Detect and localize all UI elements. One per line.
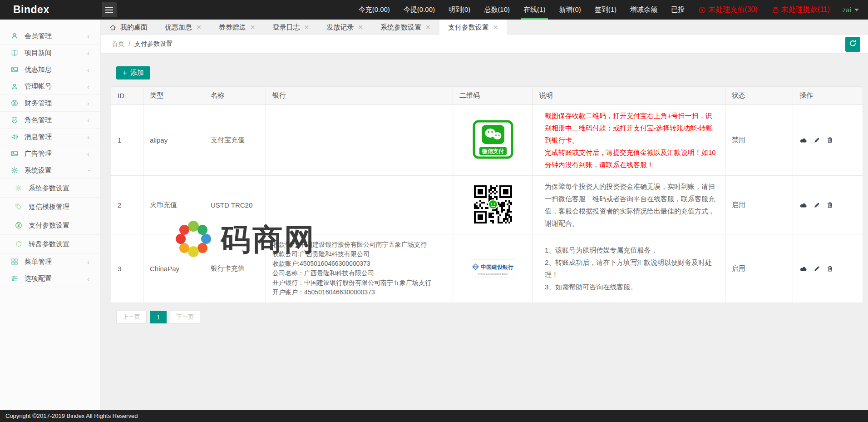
cell-description: 1、该账号为朕玥传媒专属充值服务，2、转账成功后，请在下方填写汇款说明以便财务及… bbox=[533, 234, 725, 303]
header-stats: 今充(0.00)今提(0.00)明到(0)总数(10)在线(1)新增(0)签到(… bbox=[352, 0, 868, 20]
edit-icon[interactable] bbox=[814, 265, 820, 272]
table-row: 3ChinaPay银行卡充值收款银行:中国建设银行股份有限公司南宁五象广场支行收… bbox=[111, 234, 863, 303]
tab-login-log[interactable]: 登录日志✕ bbox=[264, 20, 318, 35]
pagination: 上一页 1 下一页 bbox=[116, 311, 863, 323]
sidebar-item-roles[interactable]: 角色管理‹ bbox=[0, 112, 100, 129]
tab-label: 优惠加息 bbox=[165, 23, 192, 32]
cell-operations bbox=[793, 105, 863, 176]
username: zai bbox=[843, 6, 851, 14]
cell-bank: 收款银行:中国建设银行股份有限公司南宁五象广场支行收款公司:广西贵隆和科技有限公… bbox=[266, 234, 453, 303]
user-icon bbox=[11, 32, 19, 40]
cell-description: 为保障每个投资人的投资资金准确无误，实时到账，请扫一扫微信客服二维码或者咨询平台… bbox=[533, 176, 725, 234]
table-row: 1alipay支付宝充值 微信支付 截图保存收款二维码，打开支付宝右上角+号扫一… bbox=[111, 105, 863, 176]
header-alert-pending-withdraw[interactable]: 未处理提款(11) bbox=[765, 0, 837, 20]
edit-icon[interactable] bbox=[814, 202, 820, 209]
user-menu[interactable]: zai bbox=[837, 0, 868, 20]
sidebar-item-option-config[interactable]: 选项配置‹ bbox=[0, 270, 100, 287]
breadcrumb-home-link[interactable]: 首页 bbox=[112, 40, 124, 48]
sidebar-item-sms-templates[interactable]: 短信模板管理 bbox=[0, 198, 100, 216]
sidebar-item-label: 财务管理 bbox=[25, 99, 52, 108]
prev-page-button[interactable]: 上一页 bbox=[116, 311, 147, 323]
column-header: ID bbox=[111, 87, 143, 105]
close-icon[interactable]: ✕ bbox=[358, 24, 363, 30]
sidebar-item-menus[interactable]: 菜单管理‹ bbox=[0, 253, 100, 270]
rotate-icon bbox=[15, 240, 23, 248]
sidebar-item-ads[interactable]: 广告管理‹ bbox=[0, 145, 100, 162]
sidebar-item-system-settings[interactable]: 系统设置‹ bbox=[0, 162, 100, 179]
chevron-left-icon: ‹ bbox=[87, 83, 89, 90]
cell-status: 启用 bbox=[725, 234, 793, 303]
delete-icon[interactable] bbox=[827, 202, 833, 209]
column-header: 名称 bbox=[204, 87, 266, 105]
next-page-button[interactable]: 下一页 bbox=[170, 311, 200, 323]
header-stat-adjust-balance[interactable]: 增减余额 bbox=[623, 0, 664, 20]
sidebar-item-wheel-params[interactable]: 转盘参数设置 bbox=[0, 235, 100, 253]
sidebar-item-label: 系统参数设置 bbox=[29, 184, 69, 193]
header-stat-new[interactable]: 新增(0) bbox=[552, 0, 587, 20]
top-header: Bindex 今充(0.00)今提(0.00)明到(0)总数(10)在线(1)新… bbox=[0, 0, 868, 20]
edit-icon[interactable] bbox=[814, 137, 820, 144]
cell-type: 火币充值 bbox=[143, 176, 204, 234]
sidebar-item-label: 会员管理 bbox=[25, 32, 52, 40]
add-button[interactable]: + 添加 bbox=[116, 66, 150, 79]
sidebar-item-admin-accounts[interactable]: 管理帐号‹ bbox=[0, 78, 100, 95]
delete-icon[interactable] bbox=[827, 137, 833, 144]
header-stat-today-withdraw[interactable]: 今提(0.00) bbox=[397, 0, 442, 20]
header-stat-online[interactable]: 在线(1) bbox=[517, 0, 552, 20]
tab-system-params[interactable]: 系统参数设置✕ bbox=[372, 20, 439, 35]
tab-my-desktop[interactable]: 我的桌面 bbox=[101, 20, 156, 35]
tab-promo-interest[interactable]: 优惠加息✕ bbox=[156, 20, 210, 35]
cell-operations bbox=[793, 176, 863, 234]
chevron-left-icon: ‹ bbox=[87, 275, 89, 282]
sidebar-item-project-news[interactable]: 项目新闻‹ bbox=[0, 45, 100, 61]
yen-icon bbox=[15, 221, 23, 229]
cell-qrcode: 微信支付 bbox=[453, 105, 533, 176]
refresh-button[interactable] bbox=[845, 37, 860, 52]
sidebar-item-payment-params[interactable]: 支付参数设置 bbox=[0, 216, 100, 235]
sidebar-item-label: 支付参数设置 bbox=[29, 221, 69, 230]
description-line: 1、该账号为朕玥传媒专属充值服务， bbox=[545, 244, 718, 256]
page-1-button[interactable]: 1 bbox=[150, 311, 167, 323]
header-stat-signin[interactable]: 签到(1) bbox=[588, 0, 623, 20]
close-icon[interactable]: ✕ bbox=[196, 24, 202, 30]
header-stat-today-recharge[interactable]: 今充(0.00) bbox=[352, 0, 397, 20]
qr-code bbox=[472, 184, 514, 225]
header-stat-total[interactable]: 总数(10) bbox=[477, 0, 517, 20]
upload-icon[interactable] bbox=[799, 137, 807, 144]
sidebar-item-members[interactable]: 会员管理‹ bbox=[0, 28, 100, 45]
header-alert-pending-recharge[interactable]: 未处理充值(30) bbox=[691, 0, 764, 20]
table-header-row: ID类型名称银行二维码说明状态操作 bbox=[111, 87, 863, 105]
close-icon[interactable]: ✕ bbox=[493, 24, 498, 30]
column-header: 状态 bbox=[725, 87, 793, 105]
sidebar-toggle-button[interactable] bbox=[102, 2, 117, 17]
tab-bar: 我的桌面优惠加息✕券券赠送✕登录日志✕发放记录✕系统参数设置✕支付参数设置✕ bbox=[101, 20, 868, 35]
chevron-down-icon: ‹ bbox=[85, 169, 92, 172]
gear-icon bbox=[11, 166, 19, 174]
tab-grant-records[interactable]: 发放记录✕ bbox=[318, 20, 372, 35]
upload-icon[interactable] bbox=[799, 265, 807, 272]
sidebar-item-finance[interactable]: 财务管理‹ bbox=[0, 95, 100, 112]
close-icon[interactable]: ✕ bbox=[425, 24, 431, 30]
close-icon[interactable]: ✕ bbox=[304, 24, 309, 30]
sidebar-item-system-params[interactable]: 系统参数设置 bbox=[0, 179, 100, 198]
cell-type: alipay bbox=[143, 105, 204, 176]
bank-line: 公司名称：广西贵隆和科技有限公司 bbox=[272, 268, 446, 278]
breadcrumb-separator: / bbox=[128, 40, 130, 48]
tab-coupon-gift[interactable]: 券券赠送✕ bbox=[210, 20, 264, 35]
image-icon bbox=[11, 149, 19, 158]
header-stat-due-tomorrow[interactable]: 明到(0) bbox=[442, 0, 477, 20]
column-header: 操作 bbox=[793, 87, 863, 105]
header-stat-invested[interactable]: 已投 bbox=[664, 0, 691, 20]
upload-icon[interactable] bbox=[799, 202, 807, 209]
sidebar-item-messages[interactable]: 消息管理‹ bbox=[0, 129, 100, 145]
sidebar-item-promo-interest[interactable]: 优惠加息‹ bbox=[0, 61, 100, 78]
app-logo: Bindex bbox=[0, 0, 101, 20]
tab-payment-params[interactable]: 支付参数设置✕ bbox=[439, 20, 507, 35]
chevron-left-icon: ‹ bbox=[87, 100, 89, 107]
payment-table: ID类型名称银行二维码说明状态操作 1alipay支付宝充值 微信支付 截图保存… bbox=[111, 86, 863, 303]
column-header: 二维码 bbox=[453, 87, 533, 105]
close-icon[interactable]: ✕ bbox=[250, 24, 256, 30]
delete-icon[interactable] bbox=[827, 265, 833, 272]
chevron-left-icon: ‹ bbox=[87, 50, 89, 56]
tag-icon bbox=[15, 203, 23, 211]
